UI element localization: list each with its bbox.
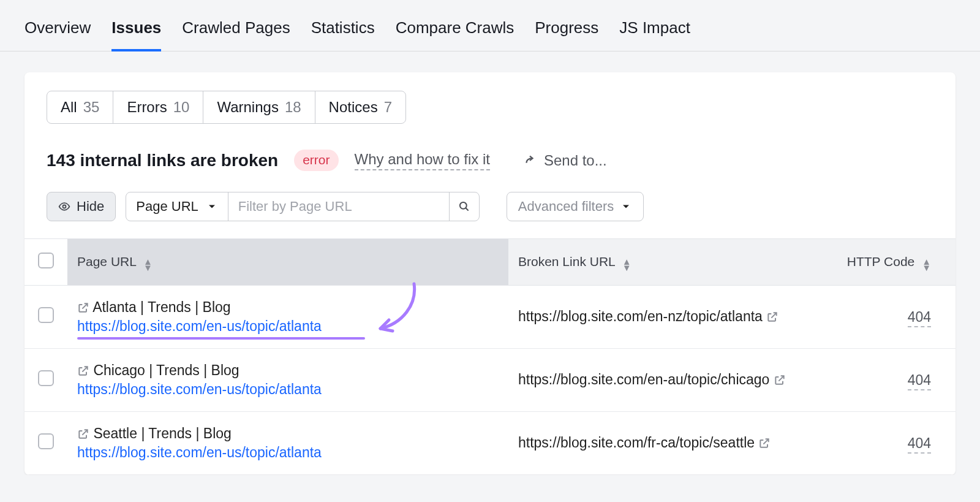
external-link-icon: [77, 365, 89, 377]
eye-icon: [58, 200, 70, 213]
external-link-icon: [766, 311, 778, 323]
nav-compare-crawls[interactable]: Compare Crawls: [396, 18, 514, 51]
issue-filter-tabs: All 35 Errors 10 Warnings 18 Notices 7: [47, 91, 406, 124]
select-all-checkbox[interactable]: [38, 253, 54, 268]
filter-field-select[interactable]: Page URL: [126, 192, 228, 221]
nav-crawled-pages[interactable]: Crawled Pages: [182, 18, 290, 51]
external-link-icon: [77, 428, 89, 440]
http-code[interactable]: 404: [908, 309, 931, 327]
seg-warnings-label: Warnings: [217, 99, 278, 116]
broken-url-cell: https://blog.site.com/en-au/topic/chicag…: [508, 349, 815, 412]
broken-url-cell: https://blog.site.com/en-nz/topic/atlant…: [508, 286, 815, 349]
issue-heading-row: 143 internal links are broken error Why …: [24, 150, 956, 192]
row-checkbox[interactable]: [38, 307, 54, 323]
page-title: Atlanta | Trends | Blog: [92, 299, 230, 315]
seg-warnings-count: 18: [285, 99, 301, 116]
svg-point-1: [460, 202, 467, 209]
row-checkbox[interactable]: [38, 433, 54, 449]
page-url-cell: Chicago | Trends | Blog https://blog.sit…: [67, 349, 508, 412]
page-url-cell: Atlanta | Trends | Blog https://blog.sit…: [67, 286, 508, 349]
svg-point-0: [63, 205, 66, 208]
seg-errors-count: 10: [173, 99, 190, 116]
page-title: Seattle | Trends | Blog: [93, 425, 231, 441]
seg-errors[interactable]: Errors 10: [113, 91, 203, 123]
search-icon: [458, 200, 470, 213]
send-to-button[interactable]: Send to...: [523, 152, 607, 169]
advanced-filters-button[interactable]: Advanced filters: [507, 192, 644, 221]
external-link-icon: [77, 302, 89, 314]
url-filter-combo: Page URL: [126, 192, 480, 221]
nav-overview[interactable]: Overview: [24, 18, 91, 51]
seg-notices[interactable]: Notices 7: [315, 91, 405, 123]
top-nav: Overview Issues Crawled Pages Statistics…: [0, 0, 980, 51]
broken-url-text: https://blog.site.com/en-au/topic/chicag…: [518, 371, 769, 387]
sort-icon: ▲▼: [143, 259, 153, 270]
page-title: Chicago | Trends | Blog: [93, 362, 239, 378]
filter-input[interactable]: [228, 192, 449, 221]
chevron-down-icon: [620, 200, 632, 213]
page-url-link[interactable]: https://blog.site.com/en-us/topic/atlant…: [77, 444, 499, 461]
page-url-cell: Seattle | Trends | Blog https://blog.sit…: [67, 412, 508, 475]
seg-notices-count: 7: [384, 99, 392, 116]
nav-js-impact[interactable]: JS Impact: [619, 18, 690, 51]
send-to-label: Send to...: [544, 152, 607, 169]
issues-card: All 35 Errors 10 Warnings 18 Notices 7 1…: [24, 72, 956, 475]
row-checkbox-cell: [24, 349, 67, 412]
col-broken-url-label: Broken Link URL: [518, 254, 615, 268]
table-row: Seattle | Trends | Blog https://blog.sit…: [24, 412, 956, 475]
http-code-cell: 404: [815, 349, 956, 412]
col-broken-url[interactable]: Broken Link URL ▲▼: [508, 239, 815, 286]
col-page-url-label: Page URL: [77, 254, 136, 268]
row-checkbox-cell: [24, 286, 67, 349]
why-fix-link[interactable]: Why and how to fix it: [355, 151, 490, 170]
col-page-url[interactable]: Page URL ▲▼: [67, 239, 508, 286]
sort-icon: ▲▼: [922, 259, 931, 270]
table-row: Atlanta | Trends | Blog https://blog.sit…: [24, 286, 956, 349]
external-link-icon: [774, 374, 786, 386]
external-link-icon: [758, 437, 771, 449]
seg-all-label: All: [61, 99, 77, 116]
row-checkbox[interactable]: [38, 370, 54, 386]
advanced-filters-label: Advanced filters: [518, 199, 614, 215]
filter-search-button[interactable]: [449, 192, 479, 221]
sort-icon: ▲▼: [622, 259, 631, 270]
hide-button[interactable]: Hide: [47, 192, 116, 221]
issue-title: 143 internal links are broken: [47, 151, 278, 170]
col-http-code[interactable]: HTTP Code ▲▼: [815, 239, 956, 286]
seg-all[interactable]: All 35: [47, 91, 113, 123]
http-code-cell: 404: [815, 412, 956, 475]
page-url-link[interactable]: https://blog.site.com/en-us/topic/atlant…: [77, 381, 499, 398]
seg-all-count: 35: [83, 99, 100, 116]
http-code[interactable]: 404: [908, 435, 931, 454]
nav-progress[interactable]: Progress: [535, 18, 598, 51]
hide-label: Hide: [77, 199, 104, 215]
col-select-all[interactable]: [24, 239, 67, 286]
nav-issues[interactable]: Issues: [111, 18, 161, 51]
seg-errors-label: Errors: [127, 99, 167, 116]
table-row: Chicago | Trends | Blog https://blog.sit…: [24, 349, 956, 412]
filter-field-label: Page URL: [136, 199, 198, 215]
row-checkbox-cell: [24, 412, 67, 475]
page-url-link[interactable]: https://blog.site.com/en-us/topic/atlant…: [77, 318, 499, 335]
filter-toolbar: Hide Page URL Advanced filters: [24, 192, 956, 238]
http-code[interactable]: 404: [908, 372, 931, 390]
seg-warnings[interactable]: Warnings 18: [203, 91, 315, 123]
severity-badge: error: [294, 150, 338, 171]
broken-url-cell: https://blog.site.com/fr-ca/topic/seattl…: [508, 412, 815, 475]
issues-table: Page URL ▲▼ Broken Link URL ▲▼ HTTP Code…: [24, 238, 956, 475]
chevron-down-icon: [206, 200, 218, 213]
nav-statistics[interactable]: Statistics: [311, 18, 375, 51]
share-arrow-icon: [523, 154, 537, 167]
http-code-cell: 404: [815, 286, 956, 349]
seg-notices-label: Notices: [329, 99, 378, 116]
col-http-code-label: HTTP Code: [847, 254, 915, 268]
broken-url-text: https://blog.site.com/fr-ca/topic/seattl…: [518, 435, 755, 451]
broken-url-text: https://blog.site.com/en-nz/topic/atlant…: [518, 308, 763, 324]
